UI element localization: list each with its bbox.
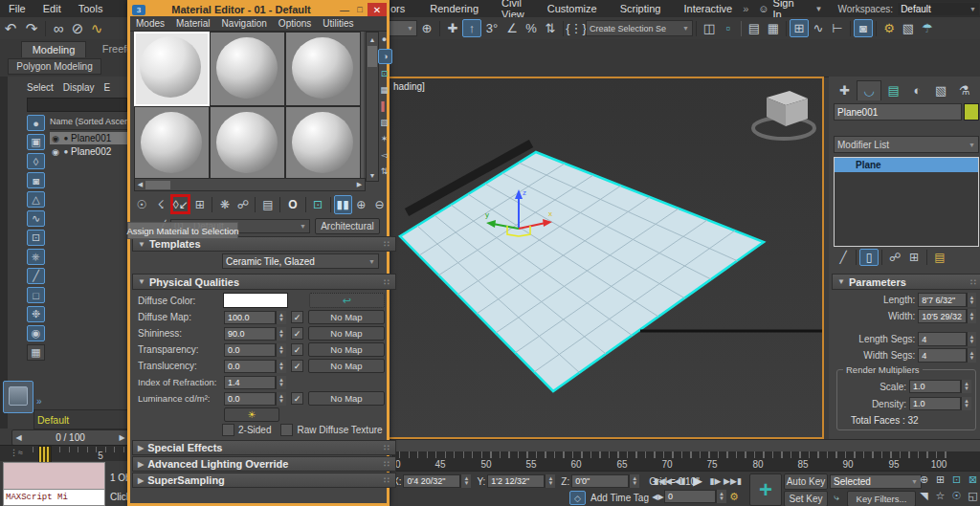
y-spinner[interactable]: ▲▼ bbox=[545, 474, 555, 488]
tab-hierarchy-icon[interactable]: ▤ bbox=[881, 83, 905, 98]
me-menu-options[interactable]: Options bbox=[273, 18, 317, 29]
go-forward-sibling-icon[interactable]: ⊖ bbox=[370, 198, 389, 211]
zoom-icon[interactable]: ⊕ bbox=[917, 473, 931, 487]
viewcube[interactable] bbox=[753, 91, 814, 139]
backlight-icon[interactable]: ◑ bbox=[378, 49, 392, 64]
sample-slot-selected[interactable] bbox=[134, 32, 210, 106]
x-spinner[interactable]: ▲▼ bbox=[460, 474, 471, 488]
show-end-result-me-icon[interactable]: ▮▮ bbox=[334, 195, 352, 214]
menu-customize[interactable]: Customize bbox=[539, 3, 606, 14]
mirror-icon[interactable]: ◫ bbox=[700, 21, 719, 35]
object-color-swatch[interactable] bbox=[964, 103, 979, 121]
supersampling-rollout[interactable]: ▶ SuperSampling ∷ bbox=[132, 473, 396, 488]
pin-stack-icon[interactable]: ╱ bbox=[834, 251, 853, 264]
panel-drag-strip[interactable] bbox=[0, 77, 8, 429]
density-field[interactable]: 1.0 bbox=[909, 397, 961, 410]
material-type-button[interactable]: Architectural bbox=[315, 218, 380, 234]
tab-modeling[interactable]: Modeling bbox=[21, 41, 86, 57]
selection-filter-dropdown[interactable]: ▼ bbox=[387, 20, 417, 36]
hscroll-thumb[interactable] bbox=[145, 181, 170, 189]
filter-group-icon[interactable]: ⊡ bbox=[27, 230, 45, 246]
menu-rendering[interactable]: Rendering bbox=[421, 3, 487, 14]
time-tag[interactable]: ◇ Add Time Tag bbox=[569, 491, 649, 505]
length-field[interactable]: 8'7 6/32" bbox=[918, 293, 967, 307]
track-bar[interactable]: 40 45 50 55 60 65 70 75 80 85 90 95 100 bbox=[388, 451, 980, 471]
translucency-spinner[interactable]: ▲▼ bbox=[276, 360, 286, 373]
rollout-grip[interactable]: ∷ bbox=[970, 277, 977, 287]
select-and-move-icon[interactable]: ✚ bbox=[443, 21, 462, 35]
diffuse-map-checkbox[interactable]: ✓ bbox=[291, 311, 303, 323]
tab-modify-icon[interactable]: ◡ bbox=[857, 80, 882, 100]
transparency-map-button[interactable]: No Map bbox=[308, 342, 385, 357]
bind-to-space-warp-icon[interactable]: ∿ bbox=[87, 20, 106, 37]
go-to-start-icon[interactable]: ▮◀◀ bbox=[654, 476, 672, 486]
material-editor-window[interactable]: 3 Material Editor - 01 - Default — □ ✕ M… bbox=[127, 0, 390, 506]
standard-map-icon[interactable]: O bbox=[283, 198, 301, 211]
unlink-selection-icon[interactable]: ⊘ bbox=[68, 20, 87, 37]
scroll-left-icon[interactable]: ◀ bbox=[135, 181, 145, 188]
scale-spinner[interactable]: ▲▼ bbox=[961, 380, 971, 393]
sample-background-icon[interactable]: ⊡ bbox=[378, 67, 390, 80]
explorer-menu-edit[interactable]: E bbox=[104, 82, 111, 93]
me-menu-navigation[interactable]: Navigation bbox=[216, 18, 273, 29]
key-mode-toggle-icon[interactable]: ◀▶ bbox=[652, 493, 664, 501]
table-row[interactable]: ◉ ● Plane001 bbox=[50, 132, 127, 144]
current-frame-field[interactable]: 0 bbox=[664, 490, 716, 503]
sample-uv-tiling-icon[interactable]: ▦ bbox=[378, 83, 390, 97]
ribbon-panel-polygon-modeling[interactable]: Polygon Modeling bbox=[8, 58, 101, 75]
slots-horizontal-scrollbar[interactable]: ◀ ▶ bbox=[134, 178, 366, 191]
object-name-field[interactable]: Plane001 bbox=[834, 103, 962, 121]
render-production-icon[interactable]: ☂ bbox=[918, 21, 937, 35]
auto-key-button[interactable]: Auto Key bbox=[784, 473, 828, 490]
transparency-field[interactable]: 0.0 bbox=[224, 343, 276, 357]
put-to-library-icon[interactable]: ☇ bbox=[151, 198, 170, 211]
play-icon[interactable]: ▶ bbox=[688, 473, 707, 488]
key-filters-button[interactable]: Key Filters... bbox=[847, 491, 916, 506]
sample-slot[interactable] bbox=[210, 32, 285, 106]
active-layer-field[interactable]: Default bbox=[33, 409, 129, 429]
sample-slot[interactable] bbox=[285, 32, 361, 106]
named-selection-sets-icon[interactable]: {⋮} bbox=[567, 21, 586, 35]
render-setup-icon[interactable]: ⚙ bbox=[880, 21, 899, 35]
me-menu-material[interactable]: Material bbox=[170, 18, 216, 29]
diffuse-map-field[interactable]: 100.0 bbox=[224, 311, 276, 324]
maximize-viewport-icon[interactable]: ◱ bbox=[966, 489, 980, 503]
visibility-eye-icon[interactable]: ◉ bbox=[50, 147, 61, 157]
track-bar-left[interactable]: ⋮≈ 5 bbox=[0, 445, 127, 461]
zoom-extents-all-icon[interactable]: ⊠ bbox=[966, 473, 980, 487]
schematic-view-icon[interactable]: ⊢ bbox=[828, 21, 847, 35]
delete-material-icon[interactable]: ⊞ bbox=[190, 198, 209, 211]
scroll-right-icon[interactable]: ▶ bbox=[354, 181, 365, 188]
diffuse-map-spinner[interactable]: ▲▼ bbox=[276, 311, 286, 324]
go-to-end-icon[interactable]: ▶▶▮ bbox=[724, 476, 742, 486]
filter-camera-icon[interactable]: ◙ bbox=[27, 172, 45, 188]
show-end-result-icon[interactable]: ▯ bbox=[859, 249, 879, 266]
sample-slot[interactable] bbox=[210, 106, 285, 181]
configure-modifier-sets-icon[interactable]: ▤ bbox=[930, 251, 949, 264]
translucency-field[interactable]: 0.0 bbox=[224, 360, 276, 373]
explorer-menu-select[interactable]: Select bbox=[27, 82, 54, 93]
menu-modifiers-partial[interactable]: ors bbox=[387, 3, 413, 14]
luminance-field[interactable]: 0.0 bbox=[224, 392, 276, 406]
select-by-material-icon[interactable]: ◅ bbox=[378, 148, 390, 162]
tab-display-icon[interactable]: ▧ bbox=[929, 83, 953, 98]
filter-bone-icon[interactable]: ╱ bbox=[27, 268, 45, 284]
sample-slot[interactable] bbox=[134, 106, 210, 181]
scroll-down-icon[interactable]: ▼ bbox=[367, 170, 378, 181]
scroll-up-icon[interactable]: ▲ bbox=[367, 34, 378, 45]
orbit-icon[interactable]: ☉ bbox=[949, 489, 964, 503]
shininess-field[interactable]: 90.0 bbox=[224, 327, 276, 341]
snaps-toggle-icon[interactable]: 3° bbox=[481, 21, 502, 35]
ior-field[interactable]: 1.4 bbox=[224, 376, 276, 389]
graphite-ribbon-icon[interactable]: ⊞ bbox=[790, 19, 809, 37]
filter-spacewarp-icon[interactable]: ∿ bbox=[27, 210, 45, 227]
two-sided-checkbox[interactable] bbox=[222, 424, 234, 436]
table-row[interactable]: ◉ ● Plane002 bbox=[50, 145, 127, 158]
maxscript-input-line[interactable]: MAXScript Mi bbox=[3, 489, 105, 506]
length-spinner[interactable]: ▲▼ bbox=[967, 293, 976, 307]
make-unique-icon[interactable]: ☍ bbox=[885, 251, 904, 264]
sample-type-icon[interactable]: ● bbox=[378, 33, 390, 46]
diffuse-map-button[interactable]: No Map bbox=[308, 310, 385, 324]
length-segs-spinner[interactable]: ▲▼ bbox=[967, 332, 976, 346]
key-filters-feet-icon[interactable]: ⤷ bbox=[830, 492, 843, 503]
